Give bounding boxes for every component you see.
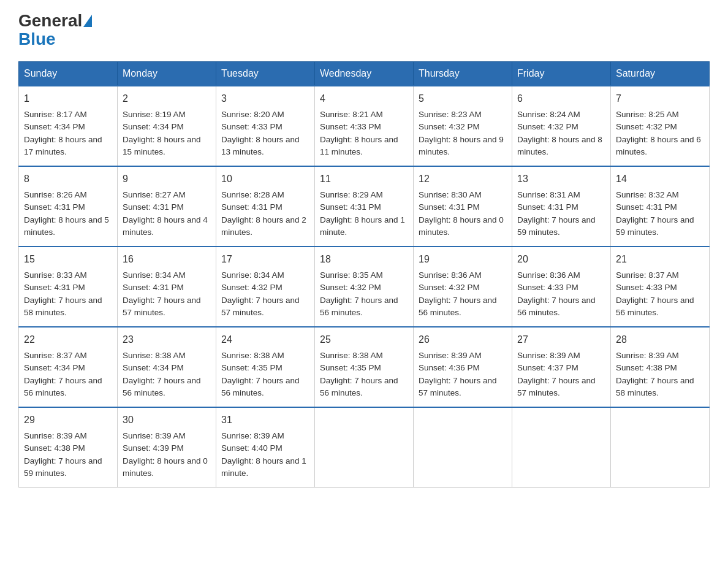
calendar-day-31: 31Sunrise: 8:39 AMSunset: 4:40 PMDayligh… [216,407,315,488]
day-info: Sunrise: 8:37 AMSunset: 4:34 PMDaylight:… [24,350,112,399]
calendar-day-28: 28Sunrise: 8:39 AMSunset: 4:38 PMDayligh… [611,327,710,407]
day-number: 1 [24,91,112,106]
day-info: Sunrise: 8:28 AMSunset: 4:31 PMDaylight:… [221,189,309,239]
calendar-weekday-wednesday: Wednesday [315,62,414,86]
day-number: 30 [123,413,211,427]
day-info: Sunrise: 8:34 AMSunset: 4:31 PMDaylight:… [123,269,211,319]
calendar-day-2: 2Sunrise: 8:19 AMSunset: 4:34 PMDaylight… [118,86,216,166]
calendar-day-1: 1Sunrise: 8:17 AMSunset: 4:34 PMDaylight… [19,86,118,166]
empty-cell [414,407,512,488]
calendar-day-5: 5Sunrise: 8:23 AMSunset: 4:32 PMDaylight… [414,86,512,166]
logo: General Blue [18,12,93,49]
day-number: 11 [320,172,408,186]
day-number: 14 [616,172,704,186]
logo-general-text: General [18,12,82,29]
calendar-week-row-5: 29Sunrise: 8:39 AMSunset: 4:38 PMDayligh… [19,407,710,488]
day-info: Sunrise: 8:39 AMSunset: 4:38 PMDaylight:… [24,430,112,480]
calendar-weekday-saturday: Saturday [611,62,710,86]
day-info: Sunrise: 8:38 AMSunset: 4:35 PMDaylight:… [320,350,408,399]
calendar-header-row: SundayMondayTuesdayWednesdayThursdayFrid… [19,62,710,86]
calendar-day-8: 8Sunrise: 8:26 AMSunset: 4:31 PMDaylight… [19,166,118,247]
day-info: Sunrise: 8:19 AMSunset: 4:34 PMDaylight:… [123,109,211,158]
day-info: Sunrise: 8:30 AMSunset: 4:31 PMDaylight:… [419,189,507,239]
day-info: Sunrise: 8:32 AMSunset: 4:31 PMDaylight:… [616,189,704,239]
logo-blue-text: Blue [18,29,56,48]
day-info: Sunrise: 8:25 AMSunset: 4:32 PMDaylight:… [616,109,704,158]
day-number: 23 [123,332,211,347]
day-info: Sunrise: 8:38 AMSunset: 4:35 PMDaylight:… [221,350,309,399]
day-info: Sunrise: 8:29 AMSunset: 4:31 PMDaylight:… [320,189,408,239]
calendar-day-15: 15Sunrise: 8:33 AMSunset: 4:31 PMDayligh… [19,247,118,327]
day-info: Sunrise: 8:21 AMSunset: 4:33 PMDaylight:… [320,109,408,158]
day-number: 8 [24,172,112,186]
day-info: Sunrise: 8:31 AMSunset: 4:31 PMDaylight:… [517,189,605,239]
day-info: Sunrise: 8:39 AMSunset: 4:39 PMDaylight:… [123,430,211,480]
day-info: Sunrise: 8:39 AMSunset: 4:36 PMDaylight:… [419,350,507,399]
day-number: 10 [221,172,309,186]
calendar-day-23: 23Sunrise: 8:38 AMSunset: 4:34 PMDayligh… [118,327,216,407]
day-number: 21 [616,252,704,267]
calendar-day-19: 19Sunrise: 8:36 AMSunset: 4:32 PMDayligh… [414,247,512,327]
day-number: 27 [517,332,605,347]
day-info: Sunrise: 8:39 AMSunset: 4:40 PMDaylight:… [221,430,309,480]
calendar-day-27: 27Sunrise: 8:39 AMSunset: 4:37 PMDayligh… [512,327,611,407]
calendar-day-4: 4Sunrise: 8:21 AMSunset: 4:33 PMDaylight… [315,86,414,166]
day-info: Sunrise: 8:33 AMSunset: 4:31 PMDaylight:… [24,269,112,319]
day-info: Sunrise: 8:39 AMSunset: 4:38 PMDaylight:… [616,350,704,399]
calendar-day-30: 30Sunrise: 8:39 AMSunset: 4:39 PMDayligh… [118,407,216,488]
day-info: Sunrise: 8:17 AMSunset: 4:34 PMDaylight:… [24,109,112,158]
calendar-weekday-thursday: Thursday [414,62,512,86]
day-number: 2 [123,91,211,106]
logo-triangle-icon [83,15,92,27]
day-info: Sunrise: 8:20 AMSunset: 4:33 PMDaylight:… [221,109,309,158]
day-number: 12 [419,172,507,186]
day-number: 24 [221,332,309,347]
day-info: Sunrise: 8:39 AMSunset: 4:37 PMDaylight:… [517,350,605,399]
day-number: 28 [616,332,704,347]
calendar-day-10: 10Sunrise: 8:28 AMSunset: 4:31 PMDayligh… [216,166,315,247]
day-info: Sunrise: 8:37 AMSunset: 4:33 PMDaylight:… [616,269,704,319]
calendar-day-29: 29Sunrise: 8:39 AMSunset: 4:38 PMDayligh… [19,407,118,488]
calendar-day-18: 18Sunrise: 8:35 AMSunset: 4:32 PMDayligh… [315,247,414,327]
calendar-day-25: 25Sunrise: 8:38 AMSunset: 4:35 PMDayligh… [315,327,414,407]
day-number: 20 [517,252,605,267]
calendar-day-6: 6Sunrise: 8:24 AMSunset: 4:32 PMDaylight… [512,86,611,166]
day-info: Sunrise: 8:38 AMSunset: 4:34 PMDaylight:… [123,350,211,399]
day-number: 7 [616,91,704,106]
calendar-week-row-2: 8Sunrise: 8:26 AMSunset: 4:31 PMDaylight… [19,166,710,247]
calendar-weekday-monday: Monday [118,62,216,86]
calendar-week-row-4: 22Sunrise: 8:37 AMSunset: 4:34 PMDayligh… [19,327,710,407]
day-info: Sunrise: 8:34 AMSunset: 4:32 PMDaylight:… [221,269,309,319]
calendar-day-26: 26Sunrise: 8:39 AMSunset: 4:36 PMDayligh… [414,327,512,407]
calendar-day-17: 17Sunrise: 8:34 AMSunset: 4:32 PMDayligh… [216,247,315,327]
calendar-day-16: 16Sunrise: 8:34 AMSunset: 4:31 PMDayligh… [118,247,216,327]
day-number: 19 [419,252,507,267]
day-number: 29 [24,413,112,427]
day-info: Sunrise: 8:26 AMSunset: 4:31 PMDaylight:… [24,189,112,239]
calendar-day-14: 14Sunrise: 8:32 AMSunset: 4:31 PMDayligh… [611,166,710,247]
day-number: 31 [221,413,309,427]
calendar-day-3: 3Sunrise: 8:20 AMSunset: 4:33 PMDaylight… [216,86,315,166]
day-number: 15 [24,252,112,267]
day-info: Sunrise: 8:36 AMSunset: 4:32 PMDaylight:… [419,269,507,319]
day-info: Sunrise: 8:36 AMSunset: 4:33 PMDaylight:… [517,269,605,319]
day-info: Sunrise: 8:23 AMSunset: 4:32 PMDaylight:… [419,109,507,158]
empty-cell [315,407,414,488]
calendar-day-20: 20Sunrise: 8:36 AMSunset: 4:33 PMDayligh… [512,247,611,327]
day-number: 18 [320,252,408,267]
day-number: 26 [419,332,507,347]
calendar-weekday-friday: Friday [512,62,611,86]
day-number: 5 [419,91,507,106]
day-number: 6 [517,91,605,106]
calendar-weekday-sunday: Sunday [19,62,118,86]
calendar-day-24: 24Sunrise: 8:38 AMSunset: 4:35 PMDayligh… [216,327,315,407]
day-number: 16 [123,252,211,267]
calendar-day-12: 12Sunrise: 8:30 AMSunset: 4:31 PMDayligh… [414,166,512,247]
page-header: General Blue [18,12,710,49]
calendar-week-row-3: 15Sunrise: 8:33 AMSunset: 4:31 PMDayligh… [19,247,710,327]
day-number: 13 [517,172,605,186]
day-number: 4 [320,91,408,106]
calendar-day-22: 22Sunrise: 8:37 AMSunset: 4:34 PMDayligh… [19,327,118,407]
day-info: Sunrise: 8:35 AMSunset: 4:32 PMDaylight:… [320,269,408,319]
day-number: 22 [24,332,112,347]
